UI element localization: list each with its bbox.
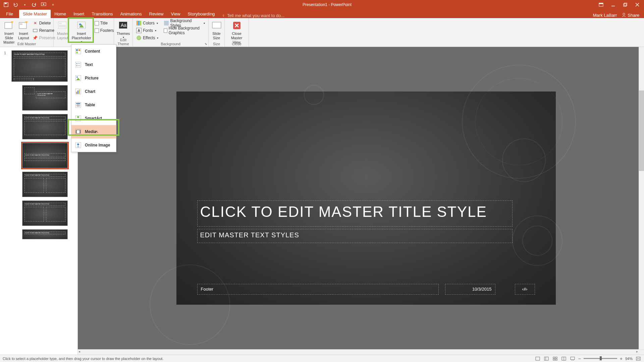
fonts-button[interactable]: AFonts▾ [135, 27, 160, 34]
delete-button[interactable]: ✕Delete [31, 19, 57, 27]
undo-icon[interactable] [13, 2, 18, 7]
layout-thumbnail-3-selected[interactable]: CLICK TO EDIT MASTER TITLE STYLE [22, 143, 68, 168]
close-icon[interactable] [635, 2, 640, 7]
date-placeholder[interactable]: 10/3/2015 [445, 284, 495, 295]
rename-icon [33, 28, 38, 33]
footer-placeholder[interactable]: Footer [197, 284, 439, 295]
svg-rect-64 [544, 357, 548, 360]
svg-rect-54 [76, 119, 78, 120]
share-button[interactable]: Share [622, 12, 639, 18]
layout-thumbnail-6[interactable]: CLICK TO EDIT MASTER TITLE STYLE [22, 229, 68, 239]
tab-view[interactable]: View [167, 10, 184, 18]
svg-rect-7 [624, 3, 627, 6]
normal-view-icon[interactable] [543, 356, 549, 361]
online-image-icon [75, 142, 82, 148]
ribbon-display-options-icon[interactable] [598, 2, 604, 7]
notes-button-icon[interactable] [535, 356, 541, 361]
placeholder-content[interactable]: Content [71, 45, 116, 58]
layout-thumbnail-1[interactable]: CLICK TO EDIT MASTERTITLE STYLE [22, 85, 68, 111]
tab-transitions[interactable]: Transitions [88, 10, 116, 18]
slide-edit-area[interactable]: CLICK TO EDIT MASTER TITLE STYLE EDIT MA… [78, 47, 644, 349]
fonts-icon: A [136, 28, 142, 33]
placeholder-smartart[interactable]: SmartArt [71, 112, 116, 125]
placeholder-chart[interactable]: Chart [71, 85, 116, 98]
layout-thumbnail-2[interactable]: CLICK TO EDIT MASTER TITLE STYLE [22, 114, 68, 139]
placeholder-picture[interactable]: Picture [71, 71, 116, 85]
preserve-button[interactable]: 📌Preserve [31, 34, 57, 42]
tab-file[interactable]: File [0, 10, 19, 18]
tab-slide-master[interactable]: Slide Master [19, 10, 51, 18]
tab-insert[interactable]: Insert [70, 10, 88, 18]
dialog-launcher-icon[interactable]: ⬊ [205, 42, 207, 46]
insert-placeholder-button[interactable]: Insert Placeholder ▾ [70, 19, 93, 44]
bg-styles-icon [164, 20, 169, 26]
placeholder-media[interactable]: Media↖ [71, 125, 116, 138]
tab-animations[interactable]: Animations [117, 10, 146, 18]
checkbox-icon [95, 28, 99, 33]
tab-review[interactable]: Review [146, 10, 167, 18]
slideshow-view-icon[interactable] [570, 356, 576, 361]
master-thumbnail[interactable]: CLICK TO EDIT MASTER TITLE STYLE [11, 50, 68, 82]
tell-me-search[interactable]: ♀ Tell me what you want to do... [218, 13, 593, 18]
smartart-icon [75, 115, 82, 122]
svg-rect-11 [5, 22, 12, 28]
svg-rect-45 [79, 89, 80, 94]
save-icon[interactable] [3, 2, 9, 7]
slide-size-button[interactable]: Slide Size [211, 19, 222, 41]
thumbnail-panel[interactable]: 1 CLICK TO EDIT MASTER TITLE STYLE CLICK… [0, 47, 78, 355]
layout-thumbnail-4[interactable]: CLICK TO EDIT MASTER TITLE STYLE [22, 172, 68, 197]
svg-rect-63 [536, 357, 540, 360]
colors-button[interactable]: Colors▾ [135, 19, 160, 27]
insert-slide-master-button[interactable]: Insert Slide Master [2, 19, 16, 46]
svg-rect-4 [599, 3, 603, 4]
zoom-slider[interactable] [584, 358, 617, 359]
fit-to-window-icon[interactable] [635, 356, 641, 361]
minimize-icon[interactable] [610, 2, 616, 7]
close-x-big-icon [231, 20, 242, 31]
zoom-out-button[interactable]: − [578, 356, 581, 361]
placeholder-table[interactable]: Table [71, 98, 116, 112]
svg-point-37 [76, 65, 77, 66]
hide-background-checkbox[interactable]: Hide Background Graphics [162, 27, 206, 34]
insert-layout-button[interactable]: Insert Layout [17, 19, 31, 46]
footers-checkbox[interactable]: Footers [93, 27, 115, 34]
horizontal-scrollbar[interactable]: ◂▸ [78, 349, 644, 355]
slide-number-placeholder[interactable]: ‹#› [515, 284, 535, 295]
user-name[interactable]: Mark LaBarr [593, 13, 617, 18]
effects-button[interactable]: Effects▾ [135, 34, 160, 42]
slide-canvas[interactable]: CLICK TO EDIT MASTER TITLE STYLE EDIT MA… [176, 92, 556, 305]
svg-rect-34 [75, 62, 81, 67]
reading-view-icon[interactable] [561, 356, 567, 361]
zoom-in-button[interactable]: + [620, 356, 623, 361]
redo-icon[interactable] [32, 2, 37, 7]
svg-rect-27 [164, 21, 169, 25]
start-from-beginning-icon[interactable] [41, 2, 46, 7]
effects-icon [136, 35, 142, 41]
title-checkbox[interactable]: Title [93, 19, 115, 27]
placeholder-text[interactable]: Text [71, 58, 116, 71]
svg-rect-59 [76, 130, 76, 133]
layout-thumbnail-5[interactable]: CLICK TO EDIT MASTER TITLE STYLE [22, 200, 68, 226]
rename-button[interactable]: Rename [31, 27, 57, 34]
close-master-view-button[interactable]: Close Master View [227, 19, 247, 46]
svg-marker-41 [76, 78, 80, 80]
zoom-level[interactable]: 94% [625, 357, 633, 361]
master-layout-button[interactable]: Master Layout [56, 19, 70, 44]
undo-more-icon[interactable]: ▾ [22, 2, 28, 7]
placeholder-online-image[interactable]: Online Image [71, 138, 116, 152]
svg-rect-43 [76, 92, 77, 94]
svg-rect-53 [77, 116, 79, 118]
tab-home[interactable]: Home [51, 10, 70, 18]
slide-size-label: Slide Size [212, 32, 220, 40]
master-title-placeholder[interactable]: CLICK TO EDIT MASTER TITLE STYLE [197, 200, 513, 227]
restore-icon[interactable] [623, 2, 628, 7]
slide-sorter-view-icon[interactable] [552, 356, 558, 361]
master-text-placeholder[interactable]: EDIT MASTER TEXT STYLES [197, 229, 513, 243]
themes-button[interactable]: Aa Themes ▾ [116, 19, 130, 40]
text-icon [75, 61, 82, 68]
vertical-scrollbar[interactable] [639, 47, 644, 349]
tab-storyboarding[interactable]: Storyboarding [184, 10, 218, 18]
slide-master-big-icon [4, 20, 14, 31]
qat-customize-icon[interactable]: ≡ [50, 2, 56, 7]
themes-label: Themes [117, 32, 130, 36]
